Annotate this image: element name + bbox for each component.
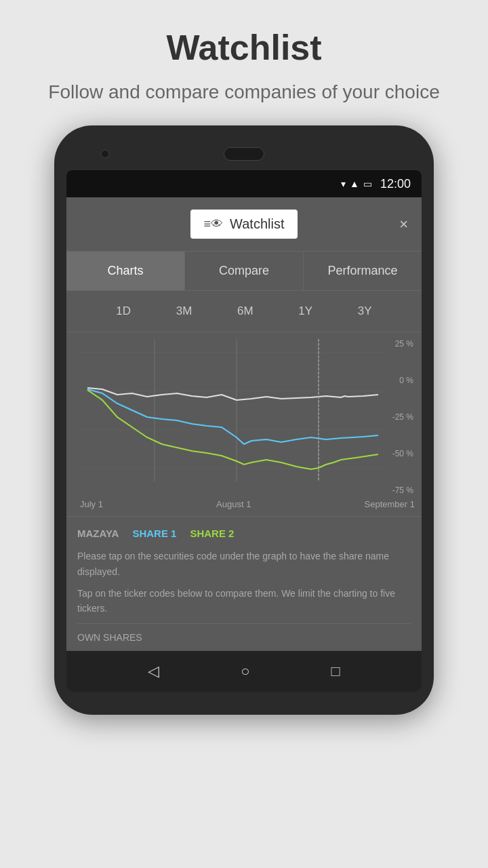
chart-svg	[80, 339, 408, 495]
tabs-container: Charts Compare Performance	[66, 251, 422, 291]
legend-desc-2: Tap on the ticker codes below to compare…	[77, 586, 411, 616]
phone-top-bar	[66, 138, 422, 170]
chart-container: 25 % 0 % -25 % -50 % -75 %	[80, 339, 408, 495]
legend-desc-1: Please tap on the securities code under …	[77, 549, 411, 579]
x-label-july: July 1	[80, 499, 103, 509]
status-bar: ▾ ▲ ▭ 12:00	[66, 170, 422, 197]
y-label-25: 25 %	[392, 339, 413, 349]
time-btn-1d[interactable]: 1D	[110, 302, 136, 321]
phone-nav-bar: ◁ ○ □	[66, 651, 422, 692]
y-label-0: 0 %	[392, 376, 413, 385]
chart-area: 25 % 0 % -25 % -50 % -75 %	[66, 332, 422, 516]
legend-area: MAZAYA SHARE 1 SHARE 2 Please tap on the…	[66, 516, 422, 650]
legend-share2[interactable]: SHARE 2	[190, 528, 234, 539]
tab-performance[interactable]: Performance	[304, 252, 422, 290]
x-axis-labels: July 1 August 1 September 1	[80, 495, 415, 516]
y-label-n50: -50 %	[392, 449, 413, 458]
phone-speaker	[224, 147, 264, 161]
page-subtitle: Follow and compare companies of your cho…	[41, 79, 447, 105]
watchlist-list-icon: ≡👁	[204, 217, 224, 231]
close-button[interactable]: ×	[399, 216, 408, 233]
time-btn-6m[interactable]: 6M	[232, 302, 259, 321]
nav-home-button[interactable]: ○	[241, 663, 249, 680]
page-title: Watchlist	[41, 27, 447, 68]
battery-icon: ▭	[363, 178, 372, 189]
own-shares-label[interactable]: OWN SHARES	[77, 623, 411, 643]
watchlist-title-box: ≡👁 Watchlist	[190, 210, 298, 239]
time-range-selector: 1D 3M 6M 1Y 3Y	[66, 291, 422, 332]
time-btn-3y[interactable]: 3Y	[352, 302, 378, 321]
legend-items: MAZAYA SHARE 1 SHARE 2	[77, 528, 411, 539]
signal-icon: ▲	[350, 178, 359, 189]
status-icons: ▾ ▲ ▭ 12:00	[341, 177, 411, 191]
phone-screen: ▾ ▲ ▭ 12:00 ≡👁 Watchlist × Charts Compar…	[66, 170, 422, 692]
phone-camera	[100, 149, 110, 159]
page-header: Watchlist Follow and compare companies o…	[0, 0, 488, 125]
x-label-august: August 1	[216, 499, 251, 509]
tab-compare[interactable]: Compare	[185, 252, 304, 290]
y-label-n25: -25 %	[392, 412, 413, 422]
watchlist-title-text: Watchlist	[230, 216, 284, 232]
x-label-september: September 1	[365, 499, 415, 509]
app-content: ≡👁 Watchlist × Charts Compare Performanc…	[66, 197, 422, 650]
time-btn-3m[interactable]: 3M	[171, 302, 198, 321]
phone-device: ▾ ▲ ▭ 12:00 ≡👁 Watchlist × Charts Compar…	[54, 125, 434, 715]
tab-charts[interactable]: Charts	[66, 252, 185, 290]
wifi-icon: ▾	[341, 178, 346, 189]
time-btn-1y[interactable]: 1Y	[293, 302, 318, 321]
status-time: 12:00	[380, 177, 411, 191]
y-label-n75: -75 %	[392, 486, 413, 495]
nav-recent-button[interactable]: □	[331, 663, 340, 680]
watchlist-header: ≡👁 Watchlist ×	[66, 197, 422, 251]
legend-mazaya[interactable]: MAZAYA	[77, 528, 119, 539]
y-axis-labels: 25 % 0 % -25 % -50 % -75 %	[390, 339, 413, 495]
legend-share1[interactable]: SHARE 1	[132, 528, 176, 539]
nav-back-button[interactable]: ◁	[148, 663, 159, 680]
phone-bottom-bar	[66, 692, 422, 703]
